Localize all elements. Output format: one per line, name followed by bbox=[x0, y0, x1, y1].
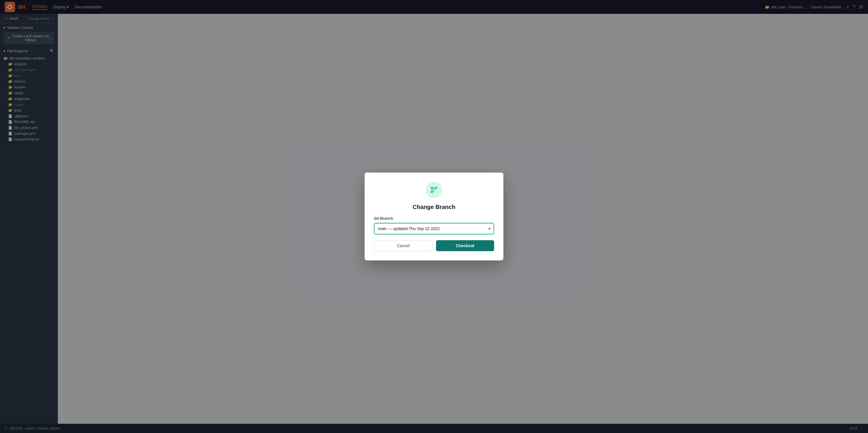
checkout-button[interactable]: Checkout bbox=[436, 240, 494, 251]
git-branch-icon bbox=[430, 186, 438, 194]
svg-point-2 bbox=[435, 187, 437, 189]
git-branch-select[interactable]: main — updated Thu Sep 22 2022 bbox=[374, 223, 494, 235]
modal-actions: Cancel Checkout bbox=[374, 240, 494, 251]
modal-form: Git Branch main — updated Thu Sep 22 202… bbox=[374, 216, 494, 235]
cancel-button[interactable]: Cancel bbox=[374, 240, 433, 251]
svg-point-1 bbox=[431, 187, 433, 189]
modal-title: Change Branch bbox=[413, 204, 455, 210]
modal-git-icon-wrap bbox=[426, 182, 442, 198]
svg-point-3 bbox=[431, 191, 433, 193]
change-branch-modal: Change Branch Git Branch main — updated … bbox=[365, 173, 503, 260]
git-branch-label: Git Branch bbox=[374, 216, 494, 221]
modal-overlay[interactable]: Change Branch Git Branch main — updated … bbox=[0, 0, 868, 433]
modal-select-wrap: main — updated Thu Sep 22 2022 ▾ bbox=[374, 223, 494, 235]
